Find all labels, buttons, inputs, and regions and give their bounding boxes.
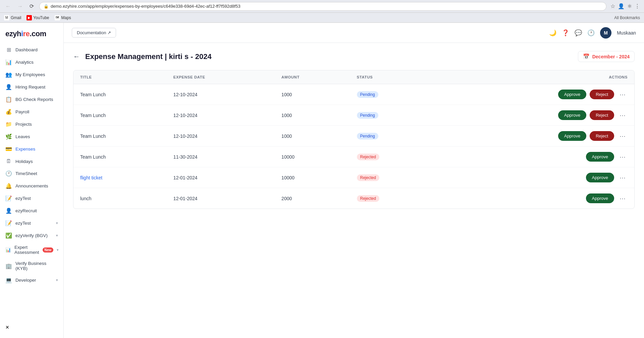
sidebar-item-leaves[interactable]: 🌿 Leaves bbox=[0, 130, 63, 143]
bookmark-maps[interactable]: 🗺 Maps bbox=[55, 15, 71, 20]
row-0-amount: 1000 bbox=[275, 84, 350, 105]
actions-container: Approve⋯ bbox=[443, 193, 628, 203]
sidebar-label-ezyverify: ezyVerify (BGV) bbox=[15, 233, 48, 238]
table-row: Team Lunch12-10-20241000PendingApproveRe… bbox=[73, 84, 634, 105]
sidebar-item-ezytest-2[interactable]: 📝 ezyTest ▾ bbox=[0, 217, 63, 229]
expenses-table-container: TITLE EXPENSE DATE AMOUNT STATUS ACTIONS… bbox=[73, 70, 635, 209]
sidebar-item-ezytest[interactable]: 📝 ezyTest bbox=[0, 192, 63, 205]
sidebar-item-bg-check[interactable]: 📋 BG Check Reports bbox=[0, 93, 63, 106]
date-filter[interactable]: 📅 December - 2024 bbox=[578, 51, 635, 62]
sidebar-item-developer[interactable]: 💻 Developer ▾ bbox=[0, 274, 63, 286]
row-3-actions: Approve⋯ bbox=[436, 147, 634, 167]
col-status: STATUS bbox=[350, 70, 436, 84]
row-3-amount: 10000 bbox=[275, 147, 350, 167]
bg-check-icon: 📋 bbox=[5, 96, 12, 103]
sidebar-item-announcements[interactable]: 🔔 Announcements bbox=[0, 180, 63, 192]
history-icon[interactable]: 🕐 bbox=[587, 29, 595, 37]
main-content: Documentation ↗ 🌙 ❓ 💬 🕐 M Muskaan ← Expe… bbox=[64, 23, 644, 338]
ezyrecruit-icon: 👤 bbox=[5, 208, 12, 214]
more-button-0[interactable]: ⋯ bbox=[618, 90, 628, 99]
date-filter-text: December - 2024 bbox=[592, 54, 630, 59]
sidebar-item-my-employees[interactable]: 👥 My Employees bbox=[0, 68, 63, 81]
sidebar-item-expenses[interactable]: 💳 Expenses bbox=[0, 143, 63, 155]
reject-button-2[interactable]: Reject bbox=[590, 131, 614, 141]
approve-button-5[interactable]: Approve bbox=[586, 193, 614, 203]
sidebar-item-timesheet[interactable]: 🕐 TimeSheet bbox=[0, 167, 63, 180]
reject-button-1[interactable]: Reject bbox=[590, 110, 614, 120]
more-button-2[interactable]: ⋯ bbox=[618, 132, 628, 140]
row-1-amount: 1000 bbox=[275, 105, 350, 126]
analytics-icon: 📊 bbox=[5, 59, 12, 65]
row-3-date: 11-30-2024 bbox=[167, 147, 275, 167]
gmail-label: Gmail bbox=[11, 15, 21, 20]
forward-nav-btn[interactable]: → bbox=[16, 2, 24, 11]
sidebar-item-projects[interactable]: 📁 Projects bbox=[0, 118, 63, 130]
extensions-icon[interactable]: ⚛ bbox=[627, 3, 632, 9]
row-5-actions: Approve⋯ bbox=[436, 188, 634, 209]
expert-icon: 📊 bbox=[5, 247, 11, 252]
all-bookmarks[interactable]: All Bookmarks bbox=[614, 15, 640, 20]
back-nav-btn[interactable]: ← bbox=[4, 2, 12, 11]
ezytest-icon: 📝 bbox=[5, 195, 12, 202]
sidebar-item-hiring-request[interactable]: 👤 Hiring Request bbox=[0, 81, 63, 93]
bookmarks-bar: M Gmail ▶ YouTube 🗺 Maps All Bookmarks bbox=[0, 13, 644, 23]
user-avatar[interactable]: M bbox=[600, 27, 611, 39]
row-1-title: Team Lunch bbox=[73, 105, 167, 126]
more-button-4[interactable]: ⋯ bbox=[618, 173, 628, 182]
payroll-icon: 💰 bbox=[5, 109, 12, 115]
more-button-3[interactable]: ⋯ bbox=[618, 153, 628, 161]
sidebar-item-holidays[interactable]: 🗓 Holidays bbox=[0, 155, 63, 167]
actions-container: Approve⋯ bbox=[443, 152, 628, 162]
col-actions: ACTIONS bbox=[436, 70, 634, 84]
sidebar-item-ezyrecruit[interactable]: 👤 ezyRecruit bbox=[0, 205, 63, 217]
chevron-ezyverify-icon: ▾ bbox=[56, 233, 58, 238]
sidebar-item-analytics[interactable]: 📊 Analytics bbox=[0, 56, 63, 68]
table-row: flight ticket12-01-202410000RejectedAppr… bbox=[73, 167, 634, 188]
documentation-button[interactable]: Documentation ↗ bbox=[72, 28, 116, 38]
sidebar-item-payroll[interactable]: 💰 Payroll bbox=[0, 106, 63, 118]
sidebar-label-leaves: Leaves bbox=[15, 134, 30, 139]
approve-button-2[interactable]: Approve bbox=[558, 131, 586, 141]
menu-icon[interactable]: ⋮ bbox=[635, 3, 640, 9]
approve-button-1[interactable]: Approve bbox=[558, 110, 586, 120]
hiring-icon: 👤 bbox=[5, 84, 12, 90]
profile-icon[interactable]: 👤 bbox=[618, 3, 625, 9]
bookmark-youtube[interactable]: ▶ YouTube bbox=[26, 15, 49, 20]
sidebar-item-dashboard[interactable]: ⊞ Dashboard bbox=[0, 44, 63, 56]
youtube-favicon: ▶ bbox=[26, 15, 32, 20]
row-0-status: Pending bbox=[350, 84, 436, 105]
col-amount: AMOUNT bbox=[275, 70, 350, 84]
chat-icon[interactable]: 💬 bbox=[575, 29, 582, 37]
approve-button-4[interactable]: Approve bbox=[586, 173, 614, 182]
sidebar-close-btn[interactable]: ✕ bbox=[0, 321, 63, 334]
address-bar[interactable]: 🔒 demo.ezyhire.com/app/employer/expenses… bbox=[39, 2, 606, 11]
new-badge: New bbox=[43, 247, 54, 252]
row-5-date: 12-01-2024 bbox=[167, 188, 275, 209]
help-icon[interactable]: ❓ bbox=[562, 29, 569, 37]
ezytest2-icon: 📝 bbox=[5, 220, 12, 226]
col-title: TITLE bbox=[73, 70, 167, 84]
reload-btn[interactable]: ⟳ bbox=[28, 2, 35, 11]
sidebar-item-ezyverify[interactable]: ✅ ezyVerify (BGV) ▾ bbox=[0, 229, 63, 242]
page-header: ← Expense Management | kirti s - 2024 📅 … bbox=[73, 51, 635, 62]
sidebar-item-expert-assessment[interactable]: 📊 Expert Assessment New ▾ bbox=[0, 242, 63, 258]
more-button-5[interactable]: ⋯ bbox=[618, 194, 628, 203]
reject-button-0[interactable]: Reject bbox=[590, 90, 614, 99]
row-1-status: Pending bbox=[350, 105, 436, 126]
dark-mode-icon[interactable]: 🌙 bbox=[549, 29, 556, 37]
row-4-title[interactable]: flight ticket bbox=[73, 167, 167, 188]
bookmark-gmail[interactable]: M Gmail bbox=[4, 15, 21, 20]
sidebar-item-verify-business[interactable]: 🏢 Verify Business (KYB) bbox=[0, 258, 63, 274]
app-container: ezyhire.com ⊞ Dashboard 📊 Analytics 👥 My… bbox=[0, 23, 644, 338]
more-button-1[interactable]: ⋯ bbox=[618, 111, 628, 120]
row-5-amount: 2000 bbox=[275, 188, 350, 209]
approve-button-0[interactable]: Approve bbox=[558, 90, 586, 99]
user-initials: M bbox=[604, 30, 608, 36]
expenses-icon: 💳 bbox=[5, 146, 12, 152]
sidebar-label-ezyrecruit: ezyRecruit bbox=[15, 208, 37, 213]
announcements-icon: 🔔 bbox=[5, 183, 12, 189]
row-3-status: Rejected bbox=[350, 147, 436, 167]
approve-button-3[interactable]: Approve bbox=[586, 152, 614, 162]
back-button[interactable]: ← bbox=[73, 53, 80, 60]
star-icon[interactable]: ☆ bbox=[610, 3, 615, 9]
